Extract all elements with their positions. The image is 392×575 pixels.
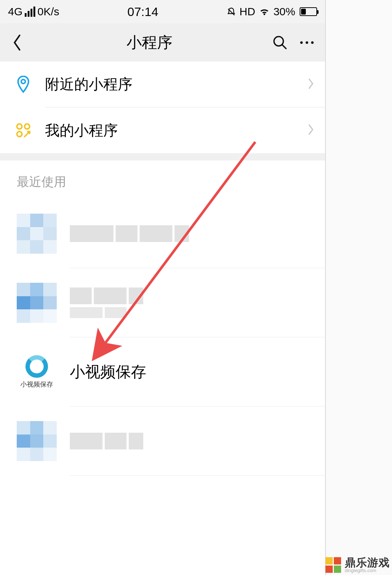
svg-point-8 [17,132,22,137]
avatar-caption: 小视频保存 [20,380,53,389]
network-type: 4G [8,5,23,18]
location-icon [15,76,32,93]
network-speed: 0K/s [37,5,59,18]
svg-point-5 [21,79,25,83]
recent-item-video-save[interactable]: 小视频保存 小视频保存 [17,337,325,407]
hd-indicator: HD [240,5,255,18]
more-button[interactable] [297,33,316,52]
section-divider [0,153,325,160]
battery-icon [300,7,317,16]
status-left: 4G 0K/s [8,5,59,18]
recent-list: 小视频保存 小视频保存 [0,199,325,476]
censored-text [70,288,143,318]
right-gutter [326,0,392,575]
svg-line-1 [282,44,286,48]
chevron-right-icon [308,78,314,91]
signal-icon [25,7,35,17]
status-time: 07:14 [127,5,158,19]
page-title: 小程序 [127,32,172,53]
back-button[interactable] [7,32,28,53]
recent-section-title: 最近使用 [0,160,325,199]
svg-point-3 [306,41,308,44]
my-miniprograms-label: 我的小程序 [45,120,118,140]
video-save-avatar: 小视频保存 [17,352,57,392]
top-list: 附近的小程序 我的小程序 [0,62,325,153]
watermark-logo-icon [325,557,341,573]
svg-point-6 [17,124,22,129]
watermark: 鼎乐游戏 dinglegifts.com [325,557,390,573]
censored-text [70,433,143,449]
watermark-name: 鼎乐游戏 [345,557,390,568]
recent-item-censored[interactable] [17,268,325,337]
chevron-right-icon [308,124,314,137]
svg-point-7 [25,124,30,129]
svg-point-4 [311,41,314,44]
nav-bar: 小程序 [0,23,325,62]
censored-avatar [17,214,57,254]
phone-screen: 4G 0K/s 07:14 HD 30% 小程序 [0,0,326,575]
nearby-miniprograms-label: 附近的小程序 [45,74,132,94]
nearby-miniprograms-row[interactable]: 附近的小程序 [15,62,325,107]
silent-icon [227,7,236,16]
battery-percent: 30% [273,5,295,18]
status-bar: 4G 0K/s 07:14 HD 30% [0,0,325,23]
recent-item-name: 小视频保存 [70,362,146,382]
my-miniprograms-row[interactable]: 我的小程序 [15,107,325,153]
censored-text [70,225,189,242]
status-right: HD 30% [227,5,317,18]
censored-avatar [17,283,57,323]
svg-point-2 [300,41,303,44]
wifi-icon [259,7,270,16]
apps-icon [15,122,32,139]
search-button[interactable] [271,33,289,52]
recent-item-censored[interactable] [17,199,325,268]
watermark-domain: dinglegifts.com [345,568,390,573]
recent-item-censored[interactable] [17,407,325,476]
censored-avatar [17,421,57,461]
